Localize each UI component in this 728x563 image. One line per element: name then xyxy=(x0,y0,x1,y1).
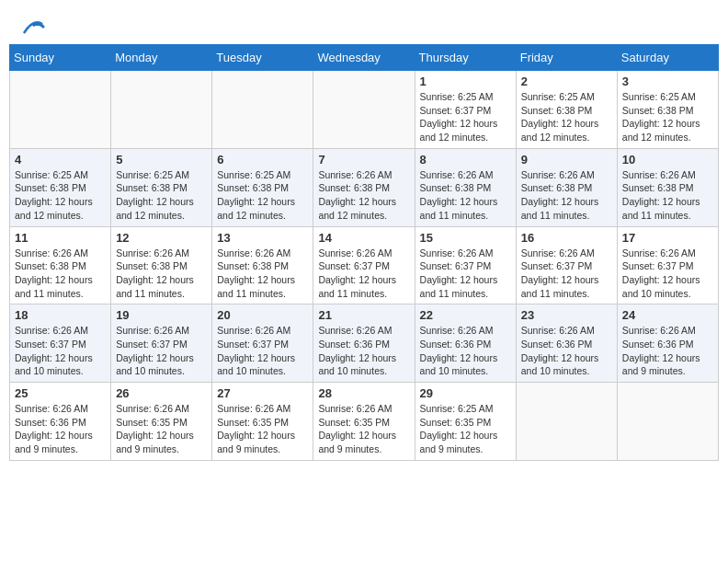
day-number: 4 xyxy=(15,153,106,167)
day-info: Sunrise: 6:25 AM Sunset: 6:38 PM Dayligh… xyxy=(521,90,612,144)
day-info: Sunrise: 6:26 AM Sunset: 6:36 PM Dayligh… xyxy=(622,324,713,378)
day-number: 16 xyxy=(521,231,612,245)
day-info: Sunrise: 6:26 AM Sunset: 6:37 PM Dayligh… xyxy=(318,247,409,301)
calendar-week-row: 11Sunrise: 6:26 AM Sunset: 6:38 PM Dayli… xyxy=(10,226,719,304)
calendar-cell: 10Sunrise: 6:26 AM Sunset: 6:38 PM Dayli… xyxy=(617,148,718,226)
calendar-cell: 20Sunrise: 6:26 AM Sunset: 6:37 PM Dayli… xyxy=(212,304,313,383)
calendar-cell: 2Sunrise: 6:25 AM Sunset: 6:38 PM Daylig… xyxy=(516,71,617,149)
day-info: Sunrise: 6:26 AM Sunset: 6:37 PM Dayligh… xyxy=(622,247,713,301)
day-number: 26 xyxy=(116,386,207,400)
day-number: 20 xyxy=(217,308,308,322)
day-number: 3 xyxy=(622,75,713,88)
day-number: 24 xyxy=(622,308,713,322)
weekday-header-friday: Friday xyxy=(516,45,617,71)
day-info: Sunrise: 6:25 AM Sunset: 6:35 PM Dayligh… xyxy=(420,402,511,456)
calendar-cell: 21Sunrise: 6:26 AM Sunset: 6:36 PM Dayli… xyxy=(313,304,415,383)
day-info: Sunrise: 6:26 AM Sunset: 6:35 PM Dayligh… xyxy=(217,402,308,456)
day-info: Sunrise: 6:26 AM Sunset: 6:35 PM Dayligh… xyxy=(116,402,207,456)
calendar-cell: 24Sunrise: 6:26 AM Sunset: 6:36 PM Dayli… xyxy=(617,304,718,383)
day-info: Sunrise: 6:26 AM Sunset: 6:36 PM Dayligh… xyxy=(420,324,511,378)
day-info: Sunrise: 6:26 AM Sunset: 6:38 PM Dayligh… xyxy=(318,168,409,223)
day-info: Sunrise: 6:26 AM Sunset: 6:37 PM Dayligh… xyxy=(420,247,511,301)
day-number: 8 xyxy=(420,153,511,167)
day-info: Sunrise: 6:26 AM Sunset: 6:38 PM Dayligh… xyxy=(622,168,713,223)
weekday-header-wednesday: Wednesday xyxy=(313,45,415,71)
day-number: 29 xyxy=(420,386,511,400)
calendar-cell: 9Sunrise: 6:26 AM Sunset: 6:38 PM Daylig… xyxy=(516,148,617,226)
calendar-cell: 28Sunrise: 6:26 AM Sunset: 6:35 PM Dayli… xyxy=(313,383,415,461)
day-info: Sunrise: 6:26 AM Sunset: 6:37 PM Dayligh… xyxy=(116,324,207,378)
calendar-week-row: 4Sunrise: 6:25 AM Sunset: 6:38 PM Daylig… xyxy=(10,148,719,226)
calendar-cell: 4Sunrise: 6:25 AM Sunset: 6:38 PM Daylig… xyxy=(10,148,111,226)
calendar-cell: 27Sunrise: 6:26 AM Sunset: 6:35 PM Dayli… xyxy=(212,383,313,461)
day-number: 28 xyxy=(318,386,409,400)
day-info: Sunrise: 6:26 AM Sunset: 6:38 PM Dayligh… xyxy=(15,247,106,301)
calendar-week-row: 18Sunrise: 6:26 AM Sunset: 6:37 PM Dayli… xyxy=(10,304,719,383)
calendar-cell: 5Sunrise: 6:25 AM Sunset: 6:38 PM Daylig… xyxy=(111,148,212,226)
day-number: 22 xyxy=(420,308,511,322)
calendar-cell: 1Sunrise: 6:25 AM Sunset: 6:37 PM Daylig… xyxy=(415,71,516,149)
day-info: Sunrise: 6:26 AM Sunset: 6:37 PM Dayligh… xyxy=(521,247,612,301)
calendar-cell: 19Sunrise: 6:26 AM Sunset: 6:37 PM Dayli… xyxy=(111,304,212,383)
calendar-cell: 13Sunrise: 6:26 AM Sunset: 6:38 PM Dayli… xyxy=(212,226,313,304)
calendar-cell xyxy=(617,383,718,461)
calendar-cell xyxy=(212,71,313,149)
calendar-week-row: 25Sunrise: 6:26 AM Sunset: 6:36 PM Dayli… xyxy=(10,383,719,461)
calendar-cell: 26Sunrise: 6:26 AM Sunset: 6:35 PM Dayli… xyxy=(111,383,212,461)
calendar-cell: 25Sunrise: 6:26 AM Sunset: 6:36 PM Dayli… xyxy=(10,383,111,461)
calendar-cell: 8Sunrise: 6:26 AM Sunset: 6:38 PM Daylig… xyxy=(415,148,516,226)
day-number: 27 xyxy=(217,386,308,400)
day-number: 11 xyxy=(15,231,106,245)
day-info: Sunrise: 6:25 AM Sunset: 6:38 PM Dayligh… xyxy=(622,90,713,144)
day-number: 2 xyxy=(521,75,612,88)
calendar-cell: 23Sunrise: 6:26 AM Sunset: 6:36 PM Dayli… xyxy=(516,304,617,383)
logo-icon xyxy=(20,17,46,37)
day-number: 6 xyxy=(217,153,308,167)
calendar-table: SundayMondayTuesdayWednesdayThursdayFrid… xyxy=(9,44,719,461)
weekday-header-sunday: Sunday xyxy=(10,45,111,71)
day-number: 9 xyxy=(521,153,612,167)
day-info: Sunrise: 6:26 AM Sunset: 6:36 PM Dayligh… xyxy=(521,324,612,378)
calendar-cell: 15Sunrise: 6:26 AM Sunset: 6:37 PM Dayli… xyxy=(415,226,516,304)
day-info: Sunrise: 6:25 AM Sunset: 6:38 PM Dayligh… xyxy=(217,168,308,223)
calendar-cell xyxy=(516,383,617,461)
calendar-cell: 6Sunrise: 6:25 AM Sunset: 6:38 PM Daylig… xyxy=(212,148,313,226)
calendar-cell: 11Sunrise: 6:26 AM Sunset: 6:38 PM Dayli… xyxy=(10,226,111,304)
day-info: Sunrise: 6:26 AM Sunset: 6:38 PM Dayligh… xyxy=(217,247,308,301)
day-number: 17 xyxy=(622,231,713,245)
day-number: 15 xyxy=(420,231,511,245)
calendar-cell: 29Sunrise: 6:25 AM Sunset: 6:35 PM Dayli… xyxy=(415,383,516,461)
day-number: 14 xyxy=(318,231,409,245)
calendar-cell: 18Sunrise: 6:26 AM Sunset: 6:37 PM Dayli… xyxy=(10,304,111,383)
logo xyxy=(18,17,46,37)
day-info: Sunrise: 6:26 AM Sunset: 6:38 PM Dayligh… xyxy=(420,168,511,223)
calendar-cell: 7Sunrise: 6:26 AM Sunset: 6:38 PM Daylig… xyxy=(313,148,415,226)
day-info: Sunrise: 6:26 AM Sunset: 6:37 PM Dayligh… xyxy=(15,324,106,378)
calendar-week-row: 1Sunrise: 6:25 AM Sunset: 6:37 PM Daylig… xyxy=(10,71,719,149)
day-number: 23 xyxy=(521,308,612,322)
weekday-header-monday: Monday xyxy=(111,45,212,71)
weekday-header-saturday: Saturday xyxy=(617,45,718,71)
weekday-header-row: SundayMondayTuesdayWednesdayThursdayFrid… xyxy=(10,45,719,71)
calendar-cell xyxy=(10,71,111,149)
day-info: Sunrise: 6:26 AM Sunset: 6:38 PM Dayligh… xyxy=(116,247,207,301)
calendar-cell: 17Sunrise: 6:26 AM Sunset: 6:37 PM Dayli… xyxy=(617,226,718,304)
day-info: Sunrise: 6:26 AM Sunset: 6:37 PM Dayligh… xyxy=(217,324,308,378)
day-number: 21 xyxy=(318,308,409,322)
calendar-cell xyxy=(111,71,212,149)
calendar-cell: 12Sunrise: 6:26 AM Sunset: 6:38 PM Dayli… xyxy=(111,226,212,304)
day-number: 5 xyxy=(116,153,207,167)
day-info: Sunrise: 6:26 AM Sunset: 6:38 PM Dayligh… xyxy=(521,168,612,223)
day-info: Sunrise: 6:26 AM Sunset: 6:36 PM Dayligh… xyxy=(15,402,106,456)
weekday-header-tuesday: Tuesday xyxy=(212,45,313,71)
day-number: 7 xyxy=(318,153,409,167)
day-info: Sunrise: 6:26 AM Sunset: 6:36 PM Dayligh… xyxy=(318,324,409,378)
page-header xyxy=(9,9,719,37)
calendar-cell: 14Sunrise: 6:26 AM Sunset: 6:37 PM Dayli… xyxy=(313,226,415,304)
day-number: 12 xyxy=(116,231,207,245)
day-info: Sunrise: 6:26 AM Sunset: 6:35 PM Dayligh… xyxy=(318,402,409,456)
calendar-cell xyxy=(313,71,415,149)
day-info: Sunrise: 6:25 AM Sunset: 6:38 PM Dayligh… xyxy=(116,168,207,223)
weekday-header-thursday: Thursday xyxy=(415,45,516,71)
day-number: 25 xyxy=(15,386,106,400)
